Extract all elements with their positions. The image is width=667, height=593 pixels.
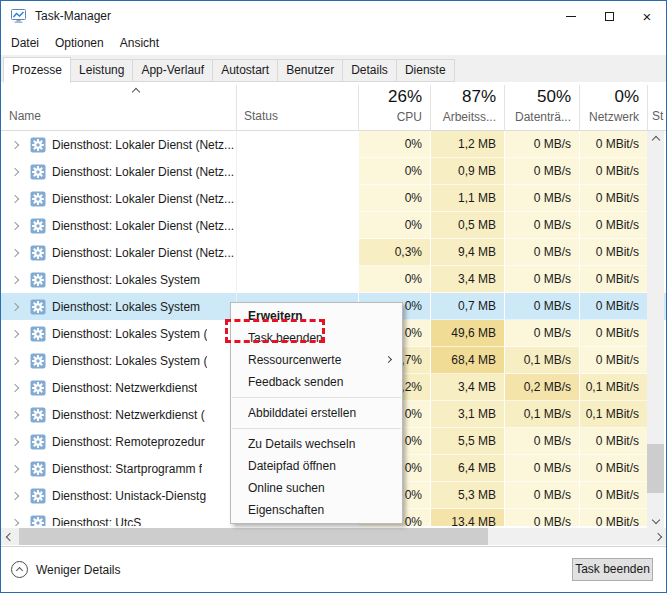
process-row[interactable]: Diensthost: Lokaler Dienst (Netz...0,3%9… (1, 239, 666, 266)
menubar-item-optionen[interactable]: Optionen (47, 31, 112, 55)
column-separator (647, 85, 648, 130)
expand-chevron-icon[interactable] (11, 248, 19, 256)
context-menu-item-zu-details-wechseln[interactable]: Zu Details wechseln (231, 433, 402, 455)
tab-leistung[interactable]: Leistung (70, 59, 133, 82)
end-task-button[interactable]: Task beenden (572, 558, 653, 581)
disk-cell: 0 MB/s (504, 185, 579, 212)
menu-separator (232, 428, 401, 429)
scroll-down-button[interactable] (647, 511, 664, 528)
submenu-chevron-icon (385, 356, 392, 363)
context-menu-item-dateipfad-öffnen[interactable]: Dateipfad öffnen (231, 455, 402, 477)
tab-dienste[interactable]: Dienste (396, 59, 455, 82)
context-menu-item-ressourcenwerte[interactable]: Ressourcenwerte (231, 349, 402, 371)
sort-ascending-icon (132, 88, 140, 96)
expand-chevron-icon[interactable] (11, 167, 19, 175)
process-row[interactable]: Diensthost: Lokaler Dienst (Netz...0%0,9… (1, 158, 666, 185)
column-header-name[interactable]: Name (9, 109, 41, 123)
menubar-item-ansicht[interactable]: Ansicht (112, 31, 167, 55)
scroll-left-button[interactable] (1, 528, 18, 545)
process-name-cell: Diensthost: Lokaler Dienst (Netz... (1, 212, 236, 239)
menubar-item-datei[interactable]: Datei (3, 31, 47, 55)
chevron-down-icon (651, 515, 659, 523)
column-header-cpu[interactable]: 26%CPU (358, 82, 430, 131)
process-row[interactable]: Diensthost: Lokaler Dienst (Netz...0%1,1… (1, 185, 666, 212)
expand-chevron-icon[interactable] (11, 464, 19, 472)
column-header-mem[interactable]: 87%Arbeitss... (430, 82, 504, 131)
net-cell: 0 MBit/s (579, 185, 647, 212)
vertical-scroll-thumb[interactable] (647, 444, 664, 493)
cpu-total-percent: 26% (358, 87, 430, 107)
status-cell (236, 239, 358, 266)
cpu-cell: 0% (358, 212, 430, 239)
disk-cell: 0 MB/s (504, 266, 579, 293)
process-name-cell: Diensthost: Lokaler Dienst (Netz... (1, 158, 236, 185)
tab-benutzer[interactable]: Benutzer (277, 59, 343, 82)
close-icon: × (643, 9, 652, 24)
column-header-net[interactable]: 0%Netzwerk (579, 82, 647, 131)
footer-bar: Weniger Details Task beenden (1, 546, 666, 592)
maximize-button[interactable] (590, 1, 628, 31)
net-column-label: Netzwerk (579, 110, 647, 124)
process-name-cell: Diensthost: Lokales System ( (1, 320, 236, 347)
horizontal-scroll-thumb[interactable] (19, 528, 488, 545)
process-name: Diensthost: Unistack-Dienstg (52, 489, 206, 503)
context-menu-item-online-suchen[interactable]: Online suchen (231, 477, 402, 499)
tab-app-verlauf[interactable]: App-Verlauf (132, 59, 213, 82)
scroll-right-button[interactable] (649, 528, 666, 545)
process-name: Diensthost: Netzwerkdienst (52, 381, 197, 395)
scroll-up-button[interactable] (647, 131, 664, 148)
fewer-details-label: Weniger Details (36, 563, 120, 577)
service-gear-icon (30, 299, 46, 315)
mem-cell: 0,7 MB (430, 293, 504, 320)
tab-bar: ProzesseLeistungApp-VerlaufAutostartBenu… (1, 55, 666, 82)
expand-chevron-icon[interactable] (11, 356, 19, 364)
cpu-cell: 0% (358, 185, 430, 212)
net-total-percent: 0% (579, 87, 647, 107)
expand-chevron-icon[interactable] (11, 518, 19, 526)
mem-column-label: Arbeitss... (430, 110, 504, 124)
expand-chevron-icon[interactable] (11, 302, 19, 310)
chevron-up-circle-icon (11, 561, 28, 578)
column-header-status[interactable]: Status (244, 109, 278, 123)
minimize-button[interactable] (552, 1, 590, 31)
process-name-cell: Diensthost: Lokales System (1, 266, 236, 293)
column-header-partial[interactable]: St (652, 109, 663, 123)
expand-chevron-icon[interactable] (11, 221, 19, 229)
process-name: Diensthost: Remoteprozedur (52, 435, 205, 449)
mem-cell: 9,4 MB (430, 239, 504, 266)
context-menu-item-abbilddatei-erstellen[interactable]: Abbilddatei erstellen (231, 402, 402, 424)
expand-chevron-icon[interactable] (11, 329, 19, 337)
service-gear-icon (30, 353, 46, 369)
chevron-right-icon (653, 532, 661, 540)
process-row[interactable]: Diensthost: Lokales System0%3,4 MB0 MB/s… (1, 266, 666, 293)
expand-chevron-icon[interactable] (11, 140, 19, 148)
expand-chevron-icon[interactable] (11, 383, 19, 391)
process-name-cell: Diensthost: Lokales System (1, 293, 236, 320)
net-cell: 0,1 MBit/s (579, 374, 647, 401)
process-row[interactable]: Diensthost: Lokaler Dienst (Netz...0%1,2… (1, 131, 666, 158)
close-button[interactable]: × (628, 1, 666, 31)
tab-prozesse[interactable]: Prozesse (3, 57, 71, 83)
net-cell: 0 MBit/s (579, 455, 647, 482)
expand-chevron-icon[interactable] (11, 437, 19, 445)
status-cell (236, 131, 358, 158)
expand-chevron-icon[interactable] (11, 410, 19, 418)
expand-chevron-icon[interactable] (11, 194, 19, 202)
mem-cell: 5,3 MB (430, 482, 504, 509)
vertical-scrollbar[interactable] (647, 131, 664, 528)
tab-autostart[interactable]: Autostart (212, 59, 278, 82)
context-menu-item-eigenschaften[interactable]: Eigenschaften (231, 499, 402, 521)
fewer-details-toggle[interactable]: Weniger Details (11, 561, 120, 578)
column-header-disk[interactable]: 50%Datenträ... (504, 82, 579, 131)
expand-chevron-icon[interactable] (11, 491, 19, 499)
horizontal-scrollbar[interactable] (1, 528, 666, 545)
tab-details[interactable]: Details (342, 59, 397, 82)
process-name-cell: Diensthost: Startprogramm f (1, 455, 236, 482)
service-gear-icon (30, 407, 46, 423)
process-name: Diensthost: Lokales System (52, 300, 200, 314)
context-menu-item-feedback-senden[interactable]: Feedback senden (231, 371, 402, 393)
expand-chevron-icon[interactable] (11, 275, 19, 283)
process-name: Diensthost: Lokaler Dienst (Netz... (52, 165, 234, 179)
mem-cell: 0,9 MB (430, 158, 504, 185)
process-row[interactable]: Diensthost: Lokaler Dienst (Netz...0%0,5… (1, 212, 666, 239)
